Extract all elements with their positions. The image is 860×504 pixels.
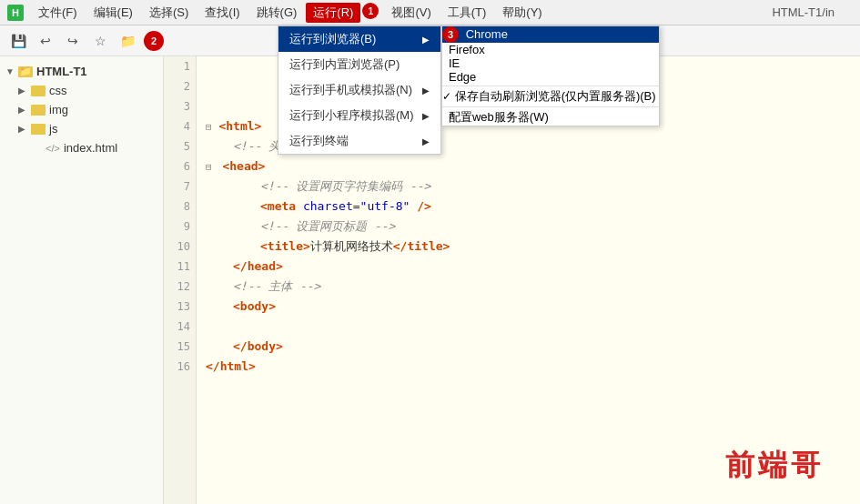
code-line-16: </html> bbox=[206, 357, 860, 377]
linenum-13: 13 bbox=[164, 297, 196, 317]
code-line-14 bbox=[206, 317, 860, 337]
line-numbers: 1 2 3 4 5 6 7 8 9 10 11 12 13 14 15 16 bbox=[164, 56, 197, 504]
dd-browser-firefox[interactable]: Firefox bbox=[442, 43, 659, 56]
dd-run-internal[interactable]: 运行到内置浏览器(P) bbox=[278, 52, 440, 77]
root-folder-icon: 📁 bbox=[18, 66, 33, 77]
code-head-open: <head> bbox=[218, 159, 265, 173]
tree-item-img[interactable]: ▶ img bbox=[0, 100, 163, 119]
linenum-15: 15 bbox=[164, 337, 196, 357]
code-body-close: </body> bbox=[206, 339, 283, 353]
code-line-12: <!-- 主体 --> bbox=[206, 277, 860, 297]
dd-browser-ie[interactable]: IE bbox=[442, 56, 659, 70]
toolbar-badge2[interactable]: 2 bbox=[144, 31, 164, 51]
img-arrow: ▶ bbox=[18, 105, 31, 115]
img-folder-icon bbox=[31, 105, 46, 116]
dd-ie-spacer bbox=[442, 57, 445, 70]
dd-browser-edge-label: Edge bbox=[449, 70, 476, 84]
linenum-12: 12 bbox=[164, 277, 196, 297]
code-head-close: </head> bbox=[206, 259, 283, 273]
dd-run-browser-arrow: ▶ bbox=[422, 35, 430, 45]
linenum-10: 10 bbox=[164, 237, 196, 257]
toolbar-redo[interactable]: ↪ bbox=[62, 30, 84, 52]
dd-browser-sep bbox=[442, 86, 659, 86]
dd-browser-ie-label: IE bbox=[449, 56, 460, 70]
code-body-open: <body> bbox=[206, 299, 276, 313]
code-html-close: </html> bbox=[206, 359, 256, 373]
linenum-11: 11 bbox=[164, 257, 196, 277]
dd-run-miniapp-label: 运行到小程序模拟器(M) bbox=[289, 107, 414, 124]
app-logo: H bbox=[7, 5, 24, 21]
dd-browser-edge[interactable]: Edge bbox=[442, 70, 659, 84]
dd-webserver-spacer bbox=[442, 111, 445, 124]
dd-browser-chrome[interactable]: 3 Chrome bbox=[442, 26, 659, 43]
file-code-icon: </> bbox=[46, 143, 60, 154]
title-bar: H 文件(F) 编辑(E) 选择(S) 查找(I) 跳转(G) 运行(R) 1 … bbox=[0, 0, 860, 25]
sidebar: ▼ 📁 HTML-T1 ▶ css ▶ img ▶ js </> index.h… bbox=[0, 56, 164, 504]
linenum-2: 2 bbox=[164, 76, 196, 96]
code-line-11: </head> bbox=[206, 257, 860, 277]
menu-goto[interactable]: 跳转(G) bbox=[249, 3, 305, 23]
dd-run-internal-label: 运行到内置浏览器(P) bbox=[289, 56, 400, 73]
code-title: <title>计算机网络技术</title> bbox=[206, 239, 450, 253]
dd-browser-webserver[interactable]: 配置web服务器(W) bbox=[442, 109, 659, 126]
dd-browser-firefox-label: Firefox bbox=[449, 43, 485, 56]
linenum-7: 7 bbox=[164, 176, 196, 197]
linenum-16: 16 bbox=[164, 357, 196, 377]
toolbar-save[interactable]: 💾 bbox=[7, 30, 29, 52]
menu-run[interactable]: 运行(R) bbox=[306, 3, 360, 23]
dd-autoreload-check: ✓ bbox=[442, 90, 451, 103]
comment-12: <!-- 主体 --> bbox=[206, 279, 320, 293]
menu-tools[interactable]: 工具(T) bbox=[440, 3, 494, 23]
tree-img-label: img bbox=[49, 103, 68, 116]
tag-html-open: <html> bbox=[218, 119, 261, 133]
linenum-6: 6 bbox=[164, 156, 196, 176]
linenum-14: 14 bbox=[164, 317, 196, 337]
dd-run-browser[interactable]: 运行到浏览器(B) ▶ bbox=[278, 26, 440, 52]
menu-help[interactable]: 帮助(Y) bbox=[495, 3, 549, 23]
toolbar-star[interactable]: ☆ bbox=[89, 30, 111, 52]
css-arrow: ▶ bbox=[18, 86, 31, 96]
tree-item-css[interactable]: ▶ css bbox=[0, 81, 163, 100]
dropdown-run: 运行到浏览器(B) ▶ 运行到内置浏览器(P) 运行到手机或模拟器(N) ▶ 运… bbox=[278, 25, 441, 155]
code-line-8: <meta charset="utf-8" /> bbox=[206, 197, 860, 217]
expand-6: ⊟ bbox=[206, 161, 212, 173]
tree-root[interactable]: ▼ 📁 HTML-T1 bbox=[0, 62, 163, 81]
dd-run-terminal[interactable]: 运行到终端 ▶ bbox=[278, 128, 440, 154]
menu-select[interactable]: 选择(S) bbox=[142, 3, 196, 23]
js-folder-icon bbox=[31, 124, 46, 135]
code-line-10: <title>计算机网络技术</title> bbox=[206, 237, 860, 257]
linenum-1: 1 bbox=[164, 56, 196, 76]
js-arrow: ▶ bbox=[18, 124, 31, 134]
dd-run-browser-label: 运行到浏览器(B) bbox=[289, 31, 376, 47]
code-line-7: <!-- 设置网页字符集编码 --> bbox=[206, 176, 860, 197]
toolbar-undo[interactable]: ↩ bbox=[35, 30, 56, 52]
dd-browser-sep2 bbox=[442, 106, 659, 107]
code-line-6: ⊟ <head> bbox=[206, 156, 860, 176]
dd-run-miniapp[interactable]: 运行到小程序模拟器(M) ▶ bbox=[278, 103, 440, 128]
menu-view[interactable]: 视图(V) bbox=[384, 3, 438, 23]
dd-browser-chrome-label: Chrome bbox=[466, 27, 508, 41]
dd-run-mobile-arrow: ▶ bbox=[422, 86, 430, 96]
dd-run-mobile-label: 运行到手机或模拟器(N) bbox=[289, 82, 412, 98]
badge-run: 1 bbox=[362, 3, 379, 19]
linenum-8: 8 bbox=[164, 197, 196, 217]
tree-item-js[interactable]: ▶ js bbox=[0, 119, 163, 138]
menu-file[interactable]: 文件(F) bbox=[31, 3, 85, 23]
dd-browser-webserver-label: 配置web服务器(W) bbox=[449, 110, 549, 124]
dd-browser-autoreload-label: 保存自动刷新浏览器(仅内置服务器)(B) bbox=[455, 89, 656, 103]
linenum-3: 3 bbox=[164, 96, 196, 116]
toolbar-open[interactable]: 📁 bbox=[116, 30, 138, 52]
tree-root-arrow: ▼ bbox=[5, 66, 18, 76]
linenum-4: 4 bbox=[164, 116, 196, 136]
tree-root-label: HTML-T1 bbox=[36, 65, 87, 78]
tree-item-index[interactable]: </> index.html bbox=[0, 138, 163, 157]
menu-edit[interactable]: 编辑(E) bbox=[86, 3, 140, 23]
dd-run-mobile[interactable]: 运行到手机或模拟器(N) ▶ bbox=[278, 77, 440, 103]
menu-search[interactable]: 查找(I) bbox=[197, 3, 247, 23]
dd-browser-autoreload[interactable]: ✓ 保存自动刷新浏览器(仅内置服务器)(B) bbox=[442, 88, 659, 105]
code-meta: <meta charset="utf-8" /> bbox=[206, 199, 431, 213]
expand-4: ⊟ bbox=[206, 121, 212, 133]
code-line-13: <body> bbox=[206, 297, 860, 317]
dd-run-miniapp-arrow: ▶ bbox=[422, 111, 430, 121]
badge-chrome: 3 bbox=[442, 26, 459, 43]
